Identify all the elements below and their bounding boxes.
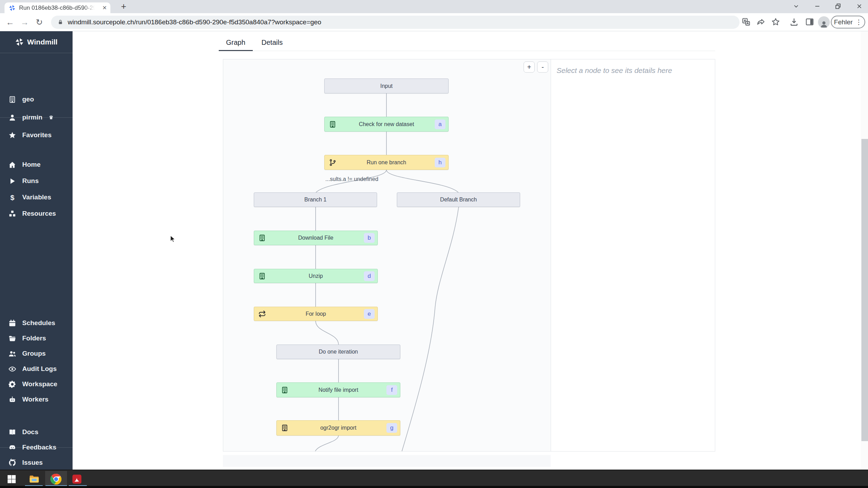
window-close-button[interactable] [851,1,867,11]
lock-icon [57,19,64,25]
screen: Run 0186eb38-c86b-d590-290e- ✕ + ← → ↻ w… [0,0,868,488]
window-restore-button[interactable] [830,1,846,11]
flow-node-check-dataset[interactable]: Check for new dataseta [324,117,449,132]
users-icon [8,350,16,358]
sidebar-item-label: Issues [22,459,43,466]
building-step-icon [258,234,266,242]
building-icon [8,96,16,104]
node-details-panel: Select a node to see its details here [551,59,715,451]
sidebar-item-audit-logs[interactable]: Audit Logs [8,364,57,374]
sidebar-item-label: geo [22,96,34,103]
star-icon [8,131,16,139]
sidebar-collapse-button[interactable]: ← [8,453,17,464]
node-label: ogr2ogr import [277,425,400,431]
zoom-out-button[interactable]: - [537,61,548,73]
sidebar-item-label: Docs [22,428,38,436]
sidebar-item-runs[interactable]: Runs [8,176,39,186]
building-step-icon [329,121,336,128]
url-text: windmill.sourcepole.ch/run/0186eb38-c86b… [68,18,321,26]
sidebar-item-groups[interactable]: Groups [8,348,46,359]
sidebar-item-label: Folders [22,334,46,342]
sidebar-item-label: Groups [22,350,46,357]
sidebar-item-resources[interactable]: Resources [8,208,56,219]
sidebar-item-geo[interactable]: geo [8,94,34,105]
flow-node-ogr2ogr-import[interactable]: ogr2ogr importg [276,420,400,436]
browser-error-menu-button[interactable]: Fehler ⋮ [831,16,865,28]
flow-node-for-loop[interactable]: For loope [254,307,378,321]
profile-avatar[interactable] [818,16,830,28]
translate-icon[interactable] [742,17,751,26]
node-label: Input [325,83,448,89]
window-minimize-button[interactable] [809,1,825,11]
flow-node-input[interactable]: Input [324,78,449,93]
flow-node-notify-file-import[interactable]: Notify file importf [276,382,400,397]
kebab-menu-icon: ⋮ [856,18,862,26]
node-label: Branch 1 [254,197,377,203]
node-badge: b [364,233,375,243]
sidebar-item-favorites[interactable]: Favorites [8,130,51,140]
sidebar-item-folders[interactable]: Folders [8,333,46,344]
sidebar-item-workers[interactable]: Workers [8,394,49,405]
scrollbar-thumb[interactable] [861,139,868,441]
flow-node-branch-1[interactable]: Branch 1 [254,192,377,207]
node-label: Default Branch [397,197,520,203]
bookmark-star-icon[interactable] [771,17,780,26]
browser-tab[interactable]: Run 0186eb38-c86b-d590-290e- ✕ [5,2,110,13]
eye-icon [8,365,16,373]
acrobat-icon[interactable] [70,472,84,486]
start-button[interactable] [5,472,18,486]
node-label: Run one branch [325,159,448,166]
back-button[interactable]: ← [5,17,15,27]
running-indicator [69,485,87,487]
window-menu-chevron-icon[interactable] [788,1,804,11]
book-icon [8,428,16,436]
folder-icon [8,334,16,342]
error-button-label: Fehler [834,18,853,26]
sidebar-item-home[interactable]: Home [8,159,41,170]
sidebar-item-label: Variables [22,193,51,201]
sidebar-item-variables[interactable]: $Variables [8,192,51,202]
file-explorer-icon[interactable] [27,472,41,486]
node-label: Download File [254,235,377,241]
new-tab-button[interactable]: + [118,1,129,12]
sidebar-divider [0,117,73,118]
flow-node-default-branch[interactable]: Default Branch [397,192,520,207]
browser-tab-bar: Run 0186eb38-c86b-d590-290e- ✕ + [0,0,868,13]
sidebar-item-label: Home [22,161,41,168]
git-branch-icon [329,159,336,166]
sidebar-item-label: Workspace [22,380,57,388]
tab-close-icon[interactable]: ✕ [102,5,107,11]
calendar-icon [8,319,16,327]
tab-graph[interactable]: Graph [219,36,253,51]
details-placeholder: Select a node to see its details here [557,66,709,75]
node-label: Do one iteration [277,349,400,355]
url-bar[interactable]: windmill.sourcepole.ch/run/0186eb38-c86b… [51,16,740,29]
flow-canvas[interactable]: ...sults.a != undefined + - InputCheck f… [223,59,551,451]
forward-button[interactable]: → [19,17,30,27]
sidebar-item-label: Schedules [22,319,55,327]
windmill-brand[interactable]: Windmill [0,31,73,53]
repeat-icon [258,310,266,318]
sidebar-item-workspace[interactable]: Workspace [8,379,57,389]
zoom-in-button[interactable]: + [524,61,535,73]
flow-node-run-one-branch[interactable]: Run one branchh [324,155,449,170]
canvas-underflow [223,455,551,467]
sidebar-item-docs[interactable]: Docs [8,427,38,437]
share-icon[interactable] [757,17,766,26]
node-label: Unzip [254,273,377,279]
sidebar-item-schedules[interactable]: Schedules [8,318,55,328]
chrome-icon[interactable] [49,472,63,486]
flow-node-unzip[interactable]: Unzipd [254,269,378,283]
tab-details[interactable]: Details [254,36,290,50]
browser-toolbar: ← → ↻ windmill.sourcepole.ch/run/0186eb3… [0,13,868,31]
sidebar-item-label: Runs [22,177,39,185]
node-badge: d [364,271,375,281]
sidebar-item-label: Resources [22,210,56,217]
reload-button[interactable]: ↻ [34,17,44,27]
flow-node-do-one-iteration[interactable]: Do one iteration [276,345,400,359]
side-panel-icon[interactable] [805,17,814,26]
flow-node-download-file[interactable]: Download Fileb [254,231,378,245]
sidebar: Windmill geopirmin♛Favorites HomeRuns$Va… [0,31,73,470]
node-label: For loop [254,311,377,317]
download-icon[interactable] [790,17,799,26]
